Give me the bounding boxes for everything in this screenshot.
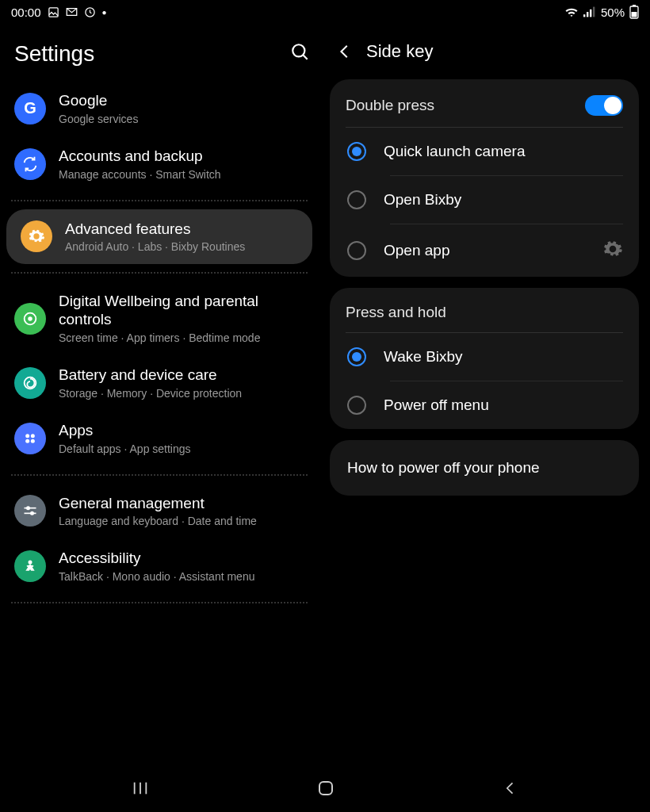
- settings-item-title: Accounts and backup: [59, 147, 221, 166]
- settings-item-battery[interactable]: Battery and device careStorage · Memory …: [0, 355, 319, 411]
- general-icon: [14, 495, 46, 527]
- settings-item-title: Accessibility: [59, 550, 254, 568]
- settings-item-sub: Android Auto · Labs · Bixby Routines: [65, 240, 245, 253]
- gmail-icon: [66, 7, 78, 17]
- advanced-icon: [21, 220, 52, 252]
- divider: [11, 474, 308, 476]
- side-key-title: Side key: [366, 41, 433, 62]
- battery-text: 50%: [601, 6, 625, 19]
- settings-item-apps[interactable]: AppsDefault apps · App settings: [0, 411, 319, 466]
- svg-point-16: [25, 439, 29, 443]
- svg-point-22: [29, 561, 32, 565]
- settings-item-title: Battery and device care: [59, 366, 242, 385]
- option-wake-bixby[interactable]: Wake Bixby: [330, 333, 639, 381]
- settings-item-sub: Storage · Memory · Device protection: [59, 387, 242, 400]
- svg-rect-7: [632, 12, 637, 17]
- back-button[interactable]: [336, 43, 354, 60]
- status-bar: 00:00 ● 50%: [0, 0, 650, 24]
- gear-icon[interactable]: [602, 239, 623, 262]
- recent-apps-button[interactable]: [132, 780, 149, 799]
- settings-item-title: General management: [59, 495, 257, 513]
- radio-icon: [347, 396, 366, 415]
- option-label: Wake Bixby: [384, 348, 463, 366]
- google-icon: G: [14, 93, 46, 124]
- settings-item-sub: TalkBack · Mono audio · Assistant menu: [59, 570, 254, 583]
- accounts-icon: [14, 148, 46, 180]
- option-label: Quick launch camera: [384, 143, 525, 160]
- svg-point-14: [25, 434, 29, 438]
- settings-item-title: Advanced features: [65, 220, 245, 239]
- settings-pane: Settings GGoogleGoogle servicesAccounts …: [0, 24, 325, 768]
- svg-point-15: [31, 434, 35, 438]
- home-button[interactable]: [316, 779, 335, 801]
- how-to-power-off-link[interactable]: How to power off your phone: [330, 440, 639, 496]
- svg-point-19: [27, 507, 29, 509]
- settings-item-accounts[interactable]: Accounts and backupManage accounts · Sma…: [0, 136, 319, 192]
- svg-rect-5: [593, 7, 595, 17]
- settings-item-advanced[interactable]: Advanced featuresAndroid Auto · Labs · B…: [6, 209, 312, 265]
- battery-icon: [629, 5, 639, 19]
- option-label: Power off menu: [384, 396, 489, 414]
- svg-rect-3: [587, 12, 588, 17]
- option-label: Open app: [384, 242, 449, 259]
- clock-icon: [84, 6, 96, 18]
- svg-rect-26: [319, 782, 332, 795]
- battery-icon: [14, 367, 46, 399]
- search-button[interactable]: [290, 42, 311, 66]
- svg-point-12: [28, 316, 32, 321]
- settings-item-sub: Default apps · App settings: [59, 442, 191, 455]
- svg-rect-4: [590, 10, 591, 17]
- nav-bar: [0, 768, 650, 812]
- settings-item-sub: Language and keyboard · Date and time: [59, 515, 257, 527]
- radio-icon: [347, 241, 366, 260]
- option-open-bixby[interactable]: Open Bixby: [330, 176, 639, 224]
- svg-point-9: [292, 44, 304, 56]
- nav-back-button[interactable]: [503, 780, 518, 799]
- option-quick-launch-camera[interactable]: Quick launch camera: [330, 128, 639, 175]
- settings-item-title: Apps: [59, 422, 191, 440]
- search-icon: [290, 42, 311, 63]
- settings-title: Settings: [14, 41, 94, 67]
- svg-point-17: [31, 439, 35, 443]
- settings-item-google[interactable]: GGoogleGoogle services: [0, 81, 319, 136]
- svg-line-10: [303, 55, 307, 59]
- card-double-press: Double pressQuick launch cameraOpen Bixb…: [330, 79, 639, 277]
- radio-icon: [347, 142, 366, 161]
- divider: [11, 602, 308, 603]
- settings-item-sub: Google services: [59, 113, 138, 125]
- divider: [11, 272, 308, 274]
- card-header-label: Press and hold: [346, 304, 446, 321]
- side-key-pane: Side key Double pressQuick launch camera…: [325, 24, 650, 768]
- apps-icon: [14, 423, 46, 454]
- settings-item-accessibility[interactable]: AccessibilityTalkBack · Mono audio · Ass…: [0, 538, 319, 594]
- settings-item-title: Digital Wellbeing and parental controls: [59, 293, 304, 329]
- toggle-double-press[interactable]: [585, 95, 623, 116]
- option-open-app[interactable]: Open app: [330, 224, 639, 277]
- picture-icon: [48, 6, 59, 18]
- settings-item-digital-wellbeing[interactable]: Digital Wellbeing and parental controlsS…: [0, 282, 319, 355]
- status-time: 00:00: [11, 6, 41, 19]
- option-power-off-menu[interactable]: Power off menu: [330, 381, 639, 429]
- link-label: How to power off your phone: [347, 459, 540, 476]
- accessibility-icon: [14, 550, 46, 582]
- option-label: Open Bixby: [384, 191, 461, 209]
- card-header-label: Double press: [346, 97, 434, 114]
- svg-rect-0: [48, 7, 57, 16]
- svg-point-21: [31, 512, 33, 515]
- settings-item-title: Google: [59, 92, 138, 110]
- card-press-hold: Press and holdWake BixbyPower off menu: [330, 288, 639, 429]
- dot-icon: ●: [102, 8, 107, 17]
- chevron-left-icon: [336, 43, 354, 60]
- settings-item-sub: Screen time · App timers · Bedtime mode: [59, 331, 304, 344]
- svg-rect-8: [633, 5, 636, 6]
- radio-icon: [347, 190, 366, 209]
- radio-icon: [347, 347, 366, 366]
- divider: [11, 200, 308, 201]
- digital-wellbeing-icon: [14, 303, 46, 335]
- svg-rect-2: [583, 14, 585, 17]
- settings-item-general[interactable]: General managementLanguage and keyboard …: [0, 484, 319, 539]
- signal-icon: [583, 6, 596, 17]
- settings-item-sub: Manage accounts · Smart Switch: [59, 168, 221, 181]
- wifi-icon: [564, 6, 579, 17]
